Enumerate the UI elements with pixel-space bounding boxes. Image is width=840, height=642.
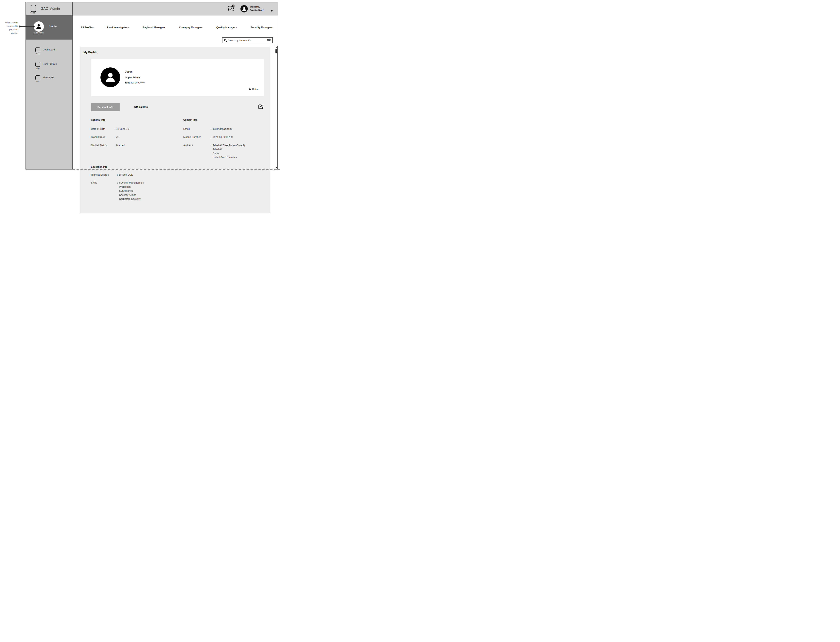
field-label: Blood Group — [91, 135, 105, 139]
logo-icon — [31, 5, 36, 12]
tab-official-info[interactable]: Official Info — [128, 105, 154, 109]
notification-badge: 8 — [232, 5, 235, 7]
field-colon: : — [210, 135, 211, 139]
window-border-left — [26, 2, 26, 170]
viewport-fold-dashed-line — [73, 169, 280, 170]
annotation-text: When admin selects his personal profile. — [0, 21, 18, 35]
profile-role: Super Admin — [125, 76, 140, 79]
field-label: Skills — [91, 181, 97, 185]
person-icon — [36, 23, 42, 30]
edit-icon[interactable] — [258, 104, 264, 109]
field-value-line: Security Audits — [119, 193, 136, 197]
field-colon: : — [115, 143, 115, 148]
placeholder-icon — [36, 47, 40, 52]
window-border-top — [26, 2, 278, 2]
field-colon: : — [115, 127, 115, 131]
tab-security-managers[interactable]: Security Managers — [251, 26, 272, 29]
field-colon: : — [117, 181, 118, 185]
sidebar-item-label: Dashboard — [43, 48, 55, 51]
vertical-scrollbar[interactable] — [275, 46, 278, 170]
annotation-line: selects his — [0, 24, 18, 28]
app-title: GAC- Admin — [41, 7, 60, 11]
online-status-dot — [249, 88, 251, 90]
field-colon: : — [210, 143, 211, 148]
header-avatar[interactable] — [240, 5, 248, 13]
logo-caption: LOGO — [29, 12, 37, 14]
sidebar-item-label: Messages — [43, 76, 54, 79]
profile-emp-id: Emp ID: GAC***** — [125, 81, 145, 84]
field-value: B.Tech ECE — [119, 173, 133, 177]
field-value-line: Protection — [119, 185, 131, 189]
field-value-line: United Arab Emirates — [212, 155, 237, 159]
field-label: Email — [183, 127, 190, 131]
profile-name: Justin — [125, 70, 133, 73]
person-icon — [104, 71, 117, 84]
annotation-connector-line — [20, 26, 35, 27]
app-window: When admin selects his personal profile.… — [0, 0, 280, 214]
tab-all-profiles[interactable]: All Profiles — [81, 26, 94, 29]
field-label: Mobile Number — [183, 135, 201, 139]
sidebar-bottom-border — [26, 169, 73, 170]
sidebar-user-role: Super Admin — [29, 32, 49, 34]
sidebar-avatar[interactable] — [34, 21, 44, 32]
page-title: My Profile — [83, 50, 97, 54]
online-status-label: Online — [252, 88, 259, 90]
field-value-line: Dubai — [212, 151, 219, 155]
sidebar-item-label: User Profiles — [43, 63, 57, 65]
search-input[interactable] — [228, 38, 264, 43]
tab-lead-investigators[interactable]: Lead Investigators — [107, 26, 129, 29]
section-heading-general: Genenal Info — [91, 118, 105, 121]
field-value: +971 50 3000789 — [212, 135, 233, 139]
field-label: Highest Degree — [91, 173, 109, 177]
tab-regional-managers[interactable]: Regional Managers — [143, 26, 165, 29]
chevron-down-icon[interactable] — [270, 10, 273, 12]
person-icon — [242, 6, 247, 11]
field-label: Date of Birth — [91, 127, 105, 131]
field-value: 15 June 75 — [116, 127, 129, 131]
header-user-name: Justin Kalf — [250, 9, 264, 12]
go-button[interactable]: GO — [267, 39, 271, 41]
search-icon — [224, 39, 227, 42]
field-value: Jebel Ali Free Zone (Gate 4) — [212, 143, 245, 148]
header-divider — [26, 15, 278, 15]
field-colon: : — [210, 127, 211, 131]
sidebar-divider — [72, 2, 73, 169]
scrollbar-down-icon[interactable] — [275, 167, 277, 168]
sidebar-user-name: Justin — [49, 25, 57, 28]
sidebar — [26, 40, 72, 169]
field-value-line: Surveillance — [119, 189, 133, 193]
field-value: A+ — [116, 135, 120, 139]
tab-company-managers[interactable]: Comapny Managers — [179, 26, 203, 29]
icon-caption: Icon — [33, 53, 43, 55]
field-value-line: Corporate Security — [119, 197, 141, 201]
placeholder-icon — [36, 62, 40, 67]
field-colon: : — [117, 173, 118, 177]
annotation-line: profile. — [0, 31, 18, 35]
field-value: Married — [116, 143, 125, 148]
search-bar: GO — [222, 37, 273, 43]
field-label: Marital Status — [91, 143, 107, 148]
sidebar-item-messages[interactable]: Icon Messages — [26, 74, 72, 85]
section-heading-contact: Contact Info — [183, 118, 197, 121]
field-value-line: Jebel Ali — [212, 148, 222, 151]
scrollbar-thumb[interactable] — [275, 49, 277, 54]
sidebar-item-user-profiles[interactable]: Icon User Profiles — [26, 61, 72, 72]
welcome-label: Welcome, — [250, 5, 260, 8]
field-label: Address — [183, 143, 193, 148]
tab-quality-managers[interactable]: Quality Managers — [216, 26, 237, 29]
tab-personal-info[interactable]: Personal Info — [91, 103, 120, 111]
profile-avatar — [100, 67, 120, 87]
field-colon: : — [115, 135, 115, 139]
placeholder-icon — [36, 75, 40, 80]
section-heading-education: Education Info — [91, 165, 107, 168]
field-value: Security Management — [119, 181, 144, 185]
scrollbar-up-icon[interactable] — [275, 47, 277, 48]
annotation-line: personal — [0, 28, 18, 31]
icon-caption: Icon — [33, 67, 43, 69]
my-profile-panel: My Profile Justin Super Admin Emp ID: GA… — [80, 47, 270, 213]
annotation-line: When admin — [0, 21, 18, 24]
field-value: Justin@gac.com — [212, 127, 231, 131]
sidebar-item-dashboard[interactable]: Icon Dashboard — [26, 46, 72, 57]
profile-card: Justin Super Admin Emp ID: GAC***** Onli… — [91, 59, 264, 96]
icon-caption: Icon — [33, 81, 43, 83]
